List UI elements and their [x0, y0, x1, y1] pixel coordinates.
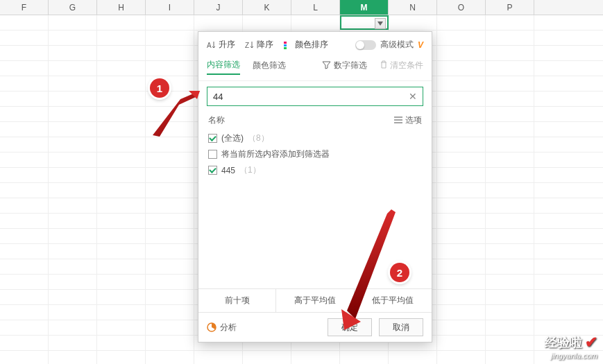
cell[interactable]	[437, 76, 486, 91]
checkbox[interactable]	[208, 166, 217, 175]
cell[interactable]	[146, 229, 194, 243]
cell[interactable]	[49, 244, 97, 259]
cell[interactable]	[194, 15, 243, 30]
cell[interactable]	[486, 290, 534, 304]
column-header[interactable]: H	[97, 0, 146, 15]
cell[interactable]	[437, 290, 486, 304]
cell[interactable]	[437, 320, 486, 335]
cell[interactable]	[486, 229, 534, 243]
column-header[interactable]: O	[437, 0, 486, 15]
cell[interactable]	[0, 31, 49, 45]
cell[interactable]	[486, 351, 534, 364]
cell[interactable]	[0, 244, 49, 259]
cell[interactable]	[486, 275, 534, 289]
clear-conditions-button[interactable]: 清空条件	[380, 60, 423, 71]
cell[interactable]	[486, 244, 534, 259]
cell[interactable]	[146, 275, 194, 289]
column-header[interactable]: I	[146, 0, 194, 15]
cell[interactable]	[0, 107, 49, 121]
cell[interactable]	[437, 137, 486, 152]
sort-desc-button[interactable]: Z 降序	[245, 39, 273, 51]
cell[interactable]	[97, 214, 146, 228]
column-header[interactable]: J	[194, 0, 243, 15]
cell[interactable]	[49, 61, 97, 76]
column-header[interactable]: F	[0, 0, 49, 15]
cell[interactable]	[437, 168, 486, 182]
cell[interactable]	[0, 351, 49, 364]
column-header[interactable]: P	[486, 0, 534, 15]
cell[interactable]	[486, 198, 534, 213]
cell[interactable]	[0, 214, 49, 228]
cell[interactable]	[146, 259, 194, 274]
cell[interactable]	[486, 137, 534, 152]
cell[interactable]	[97, 183, 146, 198]
cell[interactable]	[389, 351, 437, 364]
cell[interactable]	[49, 275, 97, 289]
cell[interactable]	[486, 61, 534, 76]
cell[interactable]	[97, 168, 146, 182]
cell[interactable]	[437, 305, 486, 320]
cell[interactable]	[486, 259, 534, 274]
cell[interactable]	[486, 107, 534, 121]
cell[interactable]	[486, 153, 534, 167]
number-filter-button[interactable]: 数字筛选	[322, 60, 367, 71]
cell[interactable]	[146, 351, 194, 364]
cell[interactable]	[486, 168, 534, 182]
cell[interactable]	[437, 214, 486, 228]
cell[interactable]	[437, 229, 486, 243]
cell[interactable]	[437, 15, 486, 30]
cell[interactable]	[49, 153, 97, 167]
cell[interactable]	[389, 15, 437, 30]
cell[interactable]	[486, 122, 534, 137]
cell[interactable]	[0, 229, 49, 243]
cell[interactable]	[0, 183, 49, 198]
cell[interactable]	[146, 61, 194, 76]
cell[interactable]	[437, 122, 486, 137]
tab-color-filter[interactable]: 颜色筛选	[253, 57, 286, 74]
cell[interactable]	[49, 107, 97, 121]
cell[interactable]	[437, 153, 486, 167]
cell[interactable]	[0, 336, 49, 350]
cell[interactable]	[0, 320, 49, 335]
list-item[interactable]: (全选)（8）	[208, 130, 422, 146]
cell[interactable]	[437, 61, 486, 76]
cell[interactable]	[486, 76, 534, 91]
filter-dropdown-button[interactable]	[375, 18, 386, 29]
cell[interactable]	[486, 214, 534, 228]
column-header[interactable]: N	[389, 0, 437, 15]
cell[interactable]	[146, 244, 194, 259]
cell[interactable]	[146, 153, 194, 167]
cell[interactable]	[49, 15, 97, 30]
cell[interactable]	[97, 336, 146, 350]
cell[interactable]	[146, 15, 194, 30]
cell[interactable]	[49, 351, 97, 364]
cell[interactable]	[97, 244, 146, 259]
cell[interactable]	[437, 336, 486, 350]
cell[interactable]	[437, 92, 486, 106]
cell[interactable]	[146, 214, 194, 228]
cell[interactable]	[340, 15, 389, 30]
cell[interactable]	[97, 305, 146, 320]
cell[interactable]	[486, 336, 534, 350]
cell[interactable]	[437, 351, 486, 364]
cell[interactable]	[0, 305, 49, 320]
sort-asc-button[interactable]: A 升序	[207, 39, 235, 51]
cell[interactable]	[49, 183, 97, 198]
cell[interactable]	[97, 320, 146, 335]
cell[interactable]	[0, 15, 49, 30]
column-header[interactable]: L	[291, 0, 340, 15]
cell[interactable]	[49, 137, 97, 152]
cell[interactable]	[97, 275, 146, 289]
cell[interactable]	[0, 153, 49, 167]
cell[interactable]	[0, 46, 49, 60]
cell[interactable]	[243, 15, 291, 30]
tab-content-filter[interactable]: 内容筛选	[207, 56, 240, 75]
cell[interactable]	[49, 92, 97, 106]
cell[interactable]	[0, 122, 49, 137]
cell[interactable]	[49, 76, 97, 91]
cell[interactable]	[437, 244, 486, 259]
cell[interactable]	[486, 92, 534, 106]
cell[interactable]	[146, 290, 194, 304]
search-input[interactable]: 44 ✕	[207, 87, 423, 106]
advanced-mode-toggle[interactable]: 高级模式 V	[355, 39, 423, 51]
